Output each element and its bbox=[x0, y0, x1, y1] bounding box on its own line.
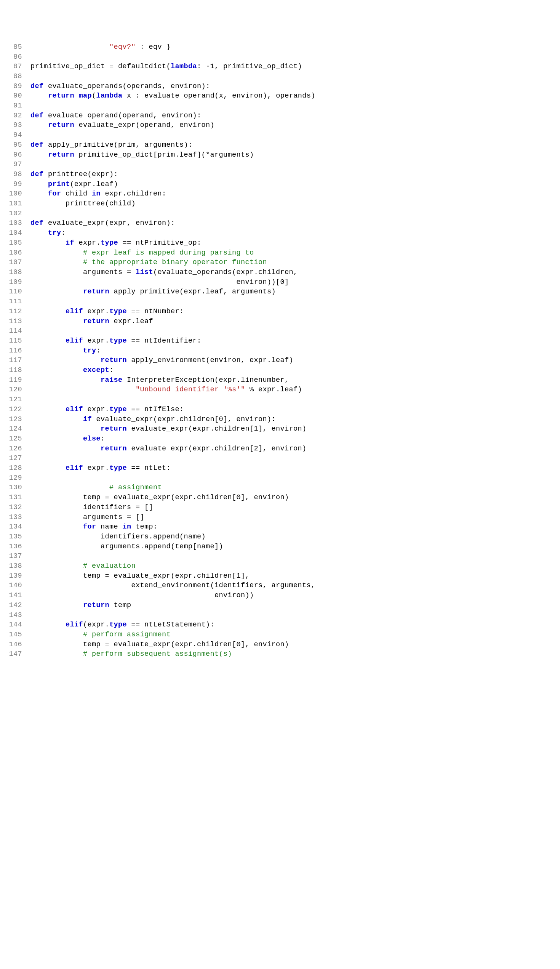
line-number: 105 bbox=[0, 238, 30, 248]
line-number: 146 bbox=[0, 640, 30, 650]
code-line: 142 return temp bbox=[0, 601, 560, 611]
code-line: 121 bbox=[0, 395, 560, 405]
code-line: 108 arguments = list(evaluate_operands(e… bbox=[0, 268, 560, 277]
code-content: return temp bbox=[30, 601, 560, 611]
code-content: for name in temp: bbox=[30, 522, 560, 532]
code-content bbox=[30, 72, 560, 82]
line-number: 116 bbox=[0, 346, 30, 356]
code-line: 111 bbox=[0, 297, 560, 307]
code-line: 114 bbox=[0, 326, 560, 336]
line-number: 110 bbox=[0, 287, 30, 297]
code-content: environ)) bbox=[30, 591, 560, 601]
code-line: 92def evaluate_operand(operand, environ)… bbox=[0, 111, 560, 121]
code-content: return evaluate_expr(expr.children[1], e… bbox=[30, 424, 560, 434]
line-number: 88 bbox=[0, 72, 30, 82]
code-content: return evaluate_expr(operand, environ) bbox=[30, 120, 560, 130]
code-content: return apply_environment(environ, expr.l… bbox=[30, 356, 560, 365]
code-line: 89def evaluate_operands(operands, enviro… bbox=[0, 82, 560, 92]
code-content: print(expr.leaf) bbox=[30, 180, 560, 190]
line-number: 132 bbox=[0, 503, 30, 513]
code-content: # evaluation bbox=[30, 561, 560, 571]
code-content bbox=[30, 473, 560, 483]
code-line: 99 print(expr.leaf) bbox=[0, 180, 560, 190]
line-number: 127 bbox=[0, 453, 30, 463]
code-line: 96 return primitive_op_dict[prim.leaf](*… bbox=[0, 150, 560, 160]
code-line: 146 temp = evaluate_expr(expr.children[0… bbox=[0, 640, 560, 650]
line-number: 130 bbox=[0, 483, 30, 493]
line-number: 86 bbox=[0, 52, 30, 62]
code-line: 133 arguments = [] bbox=[0, 513, 560, 523]
code-content: if expr.type == ntPrimitive_op: bbox=[30, 238, 560, 248]
code-content: except: bbox=[30, 365, 560, 375]
code-line: 101 printtree(child) bbox=[0, 199, 560, 209]
code-line: 147 # perform subsequent assignment(s) bbox=[0, 649, 560, 659]
code-line: 90 return map(lambda x : evaluate_operan… bbox=[0, 91, 560, 101]
line-number: 123 bbox=[0, 415, 30, 425]
line-number: 87 bbox=[0, 62, 30, 72]
code-content: if evaluate_expr(expr.children[0], envir… bbox=[30, 415, 560, 425]
code-content: # the appropriate binary operator functi… bbox=[30, 258, 560, 268]
code-line: 137 bbox=[0, 551, 560, 561]
code-content: # expr leaf is mapped during parsing to bbox=[30, 248, 560, 258]
code-content: extend_environment(identifiers, argument… bbox=[30, 581, 560, 591]
code-line: 129 bbox=[0, 473, 560, 483]
line-number: 143 bbox=[0, 611, 30, 620]
code-line: 140 extend_environment(identifiers, argu… bbox=[0, 581, 560, 591]
line-number: 133 bbox=[0, 513, 30, 523]
code-content: for child in expr.children: bbox=[30, 189, 560, 199]
code-line: 93 return evaluate_expr(operand, environ… bbox=[0, 120, 560, 130]
code-content: # assignment bbox=[30, 483, 560, 493]
code-content: def printtree(expr): bbox=[30, 170, 560, 180]
code-line: 106 # expr leaf is mapped during parsing… bbox=[0, 248, 560, 258]
line-number: 103 bbox=[0, 218, 30, 228]
line-number: 106 bbox=[0, 248, 30, 258]
code-line: 87primitive_op_dict = defaultdict(lambda… bbox=[0, 62, 560, 72]
code-line: 145 # perform assignment bbox=[0, 630, 560, 640]
code-content bbox=[30, 297, 560, 307]
line-number: 122 bbox=[0, 405, 30, 415]
code-content bbox=[30, 611, 560, 620]
line-number: 125 bbox=[0, 434, 30, 444]
line-number: 121 bbox=[0, 395, 30, 405]
line-number: 93 bbox=[0, 120, 30, 130]
code-content bbox=[30, 453, 560, 463]
code-content: def evaluate_operand(operand, environ): bbox=[30, 111, 560, 121]
code-line: 105 if expr.type == ntPrimitive_op: bbox=[0, 238, 560, 248]
line-number: 100 bbox=[0, 189, 30, 199]
code-content bbox=[30, 52, 560, 62]
code-line: 117 return apply_environment(environ, ex… bbox=[0, 356, 560, 365]
code-content: environ))[0] bbox=[30, 277, 560, 287]
code-content: def apply_primitive(prim, arguments): bbox=[30, 140, 560, 150]
line-number: 144 bbox=[0, 620, 30, 630]
code-line: 122 elif expr.type == ntIfElse: bbox=[0, 405, 560, 415]
line-number: 98 bbox=[0, 170, 30, 180]
code-line: 128 elif expr.type == ntLet: bbox=[0, 463, 560, 473]
code-line: 123 if evaluate_expr(expr.children[0], e… bbox=[0, 415, 560, 425]
line-number: 92 bbox=[0, 111, 30, 121]
code-content: identifiers = [] bbox=[30, 503, 560, 513]
line-number: 99 bbox=[0, 180, 30, 190]
line-number: 89 bbox=[0, 82, 30, 92]
code-line: 119 raise InterpreterException(expr.line… bbox=[0, 375, 560, 385]
line-number: 141 bbox=[0, 591, 30, 601]
line-number: 115 bbox=[0, 336, 30, 346]
code-line: 113 return expr.leaf bbox=[0, 316, 560, 326]
line-number: 96 bbox=[0, 150, 30, 160]
line-number: 85 bbox=[0, 42, 30, 52]
code-line: 94 bbox=[0, 130, 560, 140]
code-line: 138 # evaluation bbox=[0, 561, 560, 571]
code-line: 115 elif expr.type == ntIdentifier: bbox=[0, 336, 560, 346]
code-line: 120 "Unbound identifier '%s'" % expr.lea… bbox=[0, 385, 560, 395]
code-line: 131 temp = evaluate_expr(expr.children[0… bbox=[0, 493, 560, 503]
code-content: elif expr.type == ntLet: bbox=[30, 463, 560, 473]
code-line: 118 except: bbox=[0, 365, 560, 375]
line-number: 117 bbox=[0, 356, 30, 365]
code-line: 141 environ)) bbox=[0, 591, 560, 601]
line-number: 145 bbox=[0, 630, 30, 640]
line-number: 101 bbox=[0, 199, 30, 209]
line-number: 91 bbox=[0, 101, 30, 111]
code-listing: 85 "eqv?" : eqv }8687primitive_op_dict =… bbox=[0, 39, 560, 659]
line-number: 118 bbox=[0, 365, 30, 375]
code-line: 95def apply_primitive(prim, arguments): bbox=[0, 140, 560, 150]
code-content: else: bbox=[30, 434, 560, 444]
